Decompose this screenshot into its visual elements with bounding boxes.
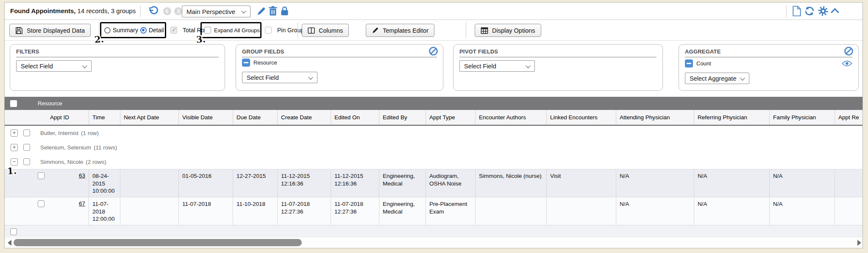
refresh-icon[interactable] [804, 6, 815, 17]
scrollbar-thumb[interactable] [14, 239, 302, 246]
group-row-count: (1 row) [81, 130, 99, 136]
table-cell [120, 169, 179, 197]
pin-groups-checkbox[interactable] [265, 27, 272, 34]
aggregate-select[interactable]: Select Aggregate [685, 73, 749, 84]
chevron-down-icon [308, 75, 313, 79]
summary-radio-label: Summary [113, 27, 138, 34]
columns-label: Columns [319, 27, 343, 34]
clear-aggregate-ban-icon[interactable] [844, 46, 854, 56]
column-header[interactable]: Edited By [379, 110, 426, 125]
templates-editor-button[interactable]: Templates Editor [366, 24, 434, 37]
filters-panel: FILTERS Select Field [10, 44, 225, 91]
footer-checkbox[interactable] [10, 228, 17, 235]
chevron-left-glyph [165, 9, 170, 13]
toolbar-divider-2 [298, 22, 298, 38]
header-row: Found Appointments, 14 records, 3 groups… [5, 3, 862, 20]
column-header[interactable]: Referring Physician [694, 110, 770, 125]
aggregate-select-value: Select Aggregate [690, 75, 736, 82]
expand-group-icon[interactable]: + [11, 144, 18, 151]
columns-button[interactable]: Columns [302, 24, 349, 37]
expand-all-groups-checkbox[interactable] [204, 27, 211, 34]
detail-radio-label: Detail [149, 27, 164, 34]
table-cell: Visit [547, 169, 616, 197]
detail-radio[interactable] [140, 27, 147, 34]
table-cell: N/A [616, 197, 694, 225]
table-cell [476, 197, 547, 225]
visibility-eye-icon[interactable] [842, 60, 852, 67]
collapse-group-icon[interactable]: − [11, 158, 18, 166]
chevron-left-icon[interactable] [163, 7, 171, 15]
header-right-divider [786, 5, 787, 17]
column-header[interactable]: Appt Type [426, 110, 476, 125]
appt-id-link[interactable]: 63 [79, 172, 85, 179]
remove-aggregate-minus-icon[interactable] [685, 59, 693, 67]
column-header[interactable]: Next Apt Date [120, 110, 179, 125]
display-options-grid-icon [481, 27, 488, 34]
perspective-select[interactable]: Main Perspective [182, 6, 250, 17]
collapse-chevron-up-icon[interactable] [831, 8, 839, 17]
total-row-checkbox[interactable] [170, 27, 177, 34]
display-options-button[interactable]: Display Options [475, 24, 541, 37]
row-checkbox[interactable] [38, 172, 45, 179]
summary-radio[interactable] [104, 27, 111, 34]
expand-group-icon[interactable]: + [11, 129, 18, 137]
column-header[interactable]: Family Physician [770, 110, 835, 125]
remove-group-field-minus-icon[interactable] [242, 59, 250, 67]
records-summary: 14 records, 3 groups [78, 7, 136, 14]
scroll-left-arrow[interactable] [8, 240, 11, 246]
group-label: Selenium, Selenium [40, 144, 91, 151]
table-cell: N/A [770, 197, 835, 225]
pivot-fields-select[interactable]: Select Field [459, 60, 535, 72]
column-header[interactable]: Due Date [233, 110, 278, 125]
aggregate-chip-label: Count [696, 60, 711, 67]
table-cell: N/A [616, 169, 694, 197]
column-header[interactable]: Encounter Authors [476, 110, 547, 125]
column-header[interactable]: Visible Date [179, 110, 233, 125]
table-cell: 11-12-2015 12:16:36 [331, 169, 379, 197]
display-options-label: Display Options [492, 27, 535, 34]
select-all-checkbox[interactable] [10, 100, 17, 107]
column-header[interactable]: Attending Physician [616, 110, 694, 125]
annotation-number-3: 3. [196, 34, 206, 45]
table-cell: Audiogram, OSHA Noise [426, 169, 476, 197]
filters-field-select-value: Select Field [21, 63, 53, 70]
appt-id-link[interactable]: 67 [79, 200, 85, 207]
main-panel: Found Appointments, 14 records, 3 groups… [4, 2, 863, 248]
chevron-right-icon[interactable] [174, 7, 182, 15]
delete-perspective-trash-icon[interactable] [268, 6, 278, 16]
column-header[interactable]: Time [89, 110, 120, 125]
new-document-icon[interactable] [792, 6, 801, 17]
table-cell [835, 197, 863, 225]
table-row: 6711-07-2018 12:00:0011-07-201811-10-201… [5, 197, 863, 225]
scroll-right-arrow[interactable] [857, 240, 861, 246]
table-body: +Butler, Internist(1 row)+Selenium, Sele… [5, 126, 863, 225]
group-row: +Selenium, Selenium(11 rows) [5, 140, 863, 155]
clear-group-fields-ban-icon[interactable] [428, 46, 438, 56]
group-fields-select-value: Select Field [247, 74, 279, 81]
annotation-box-expand-all: Expand All Groups [200, 22, 262, 38]
store-displayed-data-button[interactable]: Store Displayed Data [9, 24, 91, 37]
table-cell [835, 169, 863, 197]
edit-perspective-pencil-icon[interactable] [256, 6, 266, 16]
group-checkbox[interactable] [23, 129, 30, 136]
group-checkbox[interactable] [23, 158, 30, 165]
lock-icon[interactable] [280, 6, 289, 16]
table-row: 6308-24-2015 10:00:0001-05-201612-27-201… [5, 169, 863, 197]
row-select-cell: 67 [5, 197, 89, 225]
table-cell [547, 197, 616, 225]
group-fields-select[interactable]: Select Field [242, 72, 317, 83]
table-cell: 12-27-2015 [233, 169, 278, 197]
group-checkbox[interactable] [23, 144, 30, 151]
column-header[interactable]: Appt ID [5, 110, 89, 125]
row-checkbox[interactable] [38, 200, 45, 207]
column-header[interactable]: Linked Encounters [547, 110, 616, 125]
column-header[interactable]: Appt Re [835, 110, 863, 125]
annotation-number-1: 1. [7, 165, 17, 176]
column-header[interactable]: Edited On [331, 110, 379, 125]
gear-icon[interactable] [818, 6, 829, 17]
undo-icon[interactable] [148, 6, 159, 17]
filters-field-select[interactable]: Select Field [16, 60, 92, 72]
group-fields-panel: GROUP FIELDS Resource Select Field [236, 44, 443, 91]
column-header[interactable]: Create Date [278, 110, 331, 125]
header-divider [140, 5, 141, 17]
